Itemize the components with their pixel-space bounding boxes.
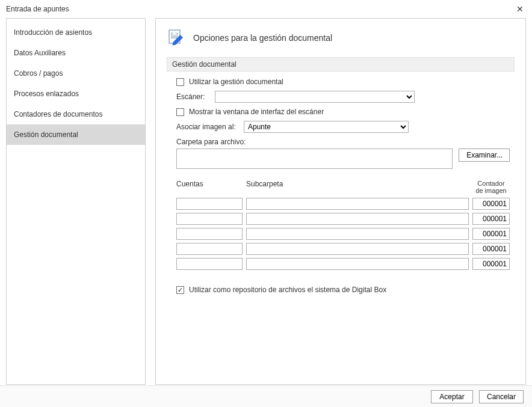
- sidebar-item-gestion-documental[interactable]: Gestión documental: [7, 124, 145, 145]
- cuenta-input[interactable]: [176, 198, 243, 210]
- subcarpeta-input[interactable]: [246, 213, 469, 225]
- svg-text:D: D: [171, 32, 174, 35]
- show-scanner-ui-label: Mostrar la ventana de interfaz del escán…: [189, 108, 324, 116]
- digital-box-label: Utilizar como repositorio de archivos el…: [189, 286, 386, 294]
- col-header-contador: Contador de imagen: [472, 180, 510, 194]
- cuenta-input[interactable]: [176, 258, 243, 270]
- show-scanner-ui-checkbox[interactable]: [176, 108, 184, 116]
- sidebar: Introducción de asientos Datos Auxiliare…: [6, 18, 146, 385]
- accounts-grid: Cuentas Subcarpeta Contador de imagen: [176, 180, 510, 270]
- table-row: [176, 243, 510, 255]
- subcarpeta-input[interactable]: [246, 228, 469, 240]
- cuenta-input[interactable]: [176, 228, 243, 240]
- subcarpeta-input[interactable]: [246, 198, 469, 210]
- panel-title: Opciones para la gestión documental: [193, 33, 332, 43]
- main-panel: D H Opciones para la gestión documental …: [155, 18, 526, 385]
- sidebar-item-contadores-documentos[interactable]: Contadores de documentos: [7, 104, 145, 124]
- scanner-label: Escáner:: [176, 93, 210, 101]
- col-header-cuentas: Cuentas: [176, 180, 243, 194]
- sidebar-item-procesos-enlazados[interactable]: Procesos enlazados: [7, 84, 145, 104]
- table-row: [176, 258, 510, 270]
- scanner-select[interactable]: [215, 91, 415, 103]
- dialog-footer: Aceptar Cancelar: [0, 385, 532, 407]
- document-options-icon: D H: [167, 28, 186, 47]
- cuenta-input[interactable]: [176, 243, 243, 255]
- contador-input[interactable]: [472, 243, 510, 255]
- contador-input[interactable]: [472, 258, 510, 270]
- col-header-subcarpeta: Subcarpeta: [246, 180, 469, 194]
- use-doc-mgmt-label: Utilizar la gestión documental: [189, 78, 283, 86]
- sidebar-item-introduccion-asientos[interactable]: Introducción de asientos: [7, 22, 145, 43]
- table-row: [176, 198, 510, 210]
- sidebar-item-datos-auxiliares[interactable]: Datos Auxiliares: [7, 43, 145, 63]
- assoc-image-label: Asociar imagen al:: [176, 123, 239, 131]
- table-row: [176, 213, 510, 225]
- subcarpeta-input[interactable]: [246, 243, 469, 255]
- cuenta-input[interactable]: [176, 213, 243, 225]
- folder-path-input[interactable]: [176, 148, 453, 169]
- assoc-image-select[interactable]: Apunte: [244, 121, 409, 133]
- svg-text:H: H: [176, 32, 178, 35]
- window-title: Entrada de apuntes: [6, 5, 69, 13]
- ok-button[interactable]: Aceptar: [431, 390, 473, 403]
- contador-input[interactable]: [472, 228, 510, 240]
- section-header: Gestión documental: [167, 57, 515, 72]
- digital-box-checkbox[interactable]: [176, 286, 184, 294]
- sidebar-item-cobros-pagos[interactable]: Cobros / pagos: [7, 63, 145, 84]
- close-icon[interactable]: ✕: [514, 5, 526, 13]
- subcarpeta-input[interactable]: [246, 258, 469, 270]
- table-row: [176, 228, 510, 240]
- use-doc-mgmt-checkbox[interactable]: [176, 78, 184, 86]
- cancel-button[interactable]: Cancelar: [479, 390, 524, 403]
- folder-label: Carpeta para archivo:: [176, 138, 246, 146]
- contador-input[interactable]: [472, 213, 510, 225]
- contador-input[interactable]: [472, 198, 510, 210]
- browse-button[interactable]: Examinar...: [459, 148, 510, 162]
